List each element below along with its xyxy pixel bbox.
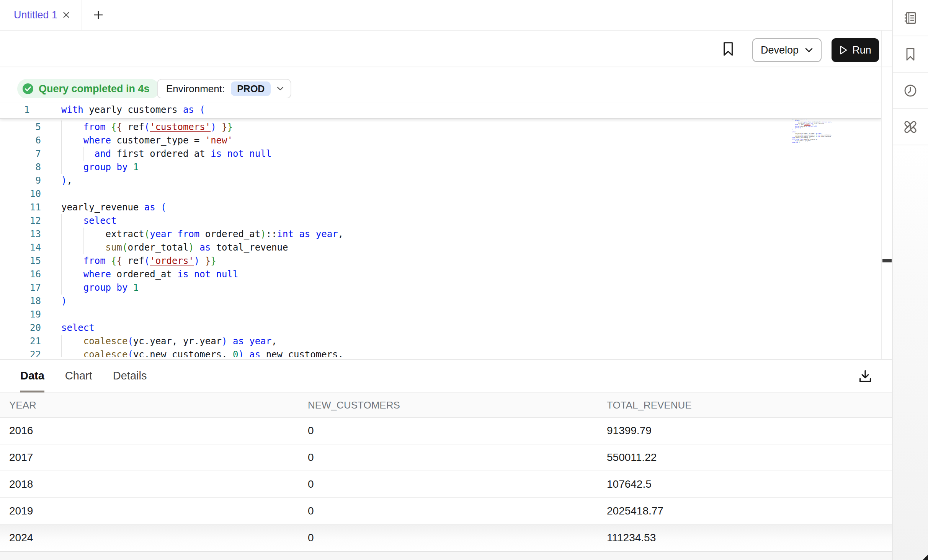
- sidebar-item-notebook[interactable]: [893, 0, 928, 36]
- code-line-text: from {{ ref('customers') }}: [61, 120, 233, 134]
- table-cell: 0: [308, 418, 314, 444]
- code-line-text: sum(order_total) as total_revenue: [61, 241, 288, 254]
- code-line-text: group by 1: [61, 281, 139, 295]
- app-window: Untitled 1 Develop Run Query completed i…: [0, 0, 928, 560]
- line-number: 9: [0, 174, 41, 187]
- code-line-text: ),: [61, 174, 72, 187]
- code-line-text: select: [61, 214, 117, 228]
- develop-button[interactable]: Develop: [752, 38, 822, 62]
- line-number: 10: [0, 187, 41, 201]
- table-cell: 2025418.77: [607, 498, 663, 524]
- code-line: 15 from {{ ref('orders') }}: [0, 254, 881, 268]
- line-number: 19: [0, 308, 41, 321]
- line-number: 18: [0, 295, 41, 308]
- table-cell: 2016: [9, 418, 33, 444]
- line-number: 20: [0, 321, 41, 335]
- window-resize-grip[interactable]: [923, 555, 928, 560]
- code-line: 14 sum(order_total) as total_revenue: [0, 241, 881, 254]
- results-table-header: YEARNEW_CUSTOMERSTOTAL_REVENUE: [0, 393, 892, 418]
- code-line: 22 coalesce(yc.new_customers, 0) as new_…: [0, 348, 881, 357]
- horizontal-scrollbar[interactable]: [0, 551, 892, 560]
- table-cell: 2018: [9, 471, 33, 497]
- sticky-line-1: 1 with yearly_customers as (: [0, 103, 881, 119]
- bookmark-icon[interactable]: [720, 41, 737, 57]
- code-line: 11yearly_revenue as (: [0, 201, 881, 214]
- line-number: 7: [0, 147, 41, 161]
- sticky-line-number: 1: [24, 103, 29, 117]
- results-tab-bar: DataChartDetails: [0, 360, 892, 393]
- code-line: 19: [0, 308, 881, 321]
- code-line: 21 coalesce(yc.year, yr.year) as year,: [0, 335, 881, 348]
- results-tab-chart[interactable]: Chart: [65, 360, 92, 392]
- table-cell: 107642.5: [607, 471, 652, 497]
- tab-title: Untitled 1: [14, 0, 57, 30]
- table-row: 20170550011.22: [0, 444, 892, 471]
- line-number: 8: [0, 161, 41, 174]
- code-line-text: extract(year from ordered_at)::int as ye…: [61, 228, 343, 241]
- download-icon[interactable]: [857, 368, 874, 385]
- code-line: 10: [0, 187, 881, 201]
- rail-empty-area: [893, 146, 928, 560]
- column-header-total_revenue: TOTAL_REVENUE: [607, 393, 692, 417]
- line-number: 15: [0, 254, 41, 268]
- code-line-text: select: [61, 321, 95, 335]
- code-line: 20select: [0, 321, 881, 335]
- query-status-text: Query completed in 4s: [39, 83, 150, 95]
- table-cell: 111234.53: [607, 525, 656, 551]
- close-icon[interactable]: [61, 10, 71, 20]
- right-icon-rail: [892, 0, 928, 560]
- editor-scrollbar-track: [881, 31, 882, 360]
- editor-scrollbar-thumb[interactable]: [882, 259, 892, 262]
- tab-untitled-1[interactable]: Untitled 1: [0, 0, 82, 30]
- line-number: 5: [0, 120, 41, 134]
- play-icon: [839, 45, 848, 55]
- code-line-text: coalesce(yc.new_customers, 0) as new_cus…: [61, 348, 343, 357]
- line-number: 16: [0, 268, 41, 281]
- results-tab-data[interactable]: Data: [20, 360, 44, 392]
- line-number: 21: [0, 335, 41, 348]
- chevron-down-icon: [805, 47, 813, 53]
- line-number: 14: [0, 241, 41, 254]
- table-cell: 0: [308, 444, 314, 470]
- table-cell: 91399.79: [607, 418, 652, 444]
- code-line-text: coalesce(yc.year, yr.year) as year,: [61, 335, 277, 348]
- sticky-line-code: with yearly_customers as (: [61, 103, 205, 117]
- table-cell: 0: [308, 498, 314, 524]
- table-row: 20180107642.5: [0, 471, 892, 498]
- chevron-down-icon: [277, 86, 284, 91]
- clock-icon: [902, 83, 918, 99]
- table-row: 201902025418.77: [0, 498, 892, 525]
- table-cell: 0: [308, 471, 314, 497]
- code-line: 13 extract(year from ordered_at)::int as…: [0, 228, 881, 241]
- plus-icon[interactable]: [93, 9, 104, 21]
- code-line: 7 and first_ordered_at is not null: [0, 147, 881, 161]
- sql-code-editor[interactable]: 5 from {{ ref('customers') }}6 where cus…: [0, 98, 881, 357]
- code-line: 8 group by 1: [0, 161, 881, 174]
- sidebar-item-bookmarks[interactable]: [893, 36, 928, 73]
- code-line-text: and first_ordered_at is not null: [61, 147, 271, 161]
- paradime-logo-icon: [902, 118, 919, 136]
- develop-label: Develop: [761, 44, 799, 56]
- line-number: 6: [0, 134, 41, 147]
- run-button[interactable]: Run: [832, 38, 879, 62]
- bookmark-icon: [902, 46, 918, 62]
- results-tab-details[interactable]: Details: [113, 360, 147, 392]
- sidebar-item-app-logo[interactable]: [893, 109, 928, 145]
- code-line: 18): [0, 295, 881, 308]
- code-line-text: ): [61, 295, 67, 308]
- code-line-text: where ordered_at is not null: [61, 268, 238, 281]
- table-cell: 550011.22: [607, 444, 657, 470]
- sidebar-item-history[interactable]: [893, 73, 928, 109]
- line-number: 22: [0, 348, 41, 357]
- code-line: 6 where customer_type = 'new': [0, 134, 881, 147]
- code-line-text: group by 1: [61, 161, 139, 174]
- code-line: 17 group by 1: [0, 281, 881, 295]
- check-circle-icon: [22, 83, 34, 95]
- environment-label: Environment:: [166, 83, 225, 95]
- environment-value-badge: PROD: [231, 81, 271, 96]
- code-line-text: from {{ ref('orders') }}: [61, 254, 216, 268]
- environment-select[interactable]: Environment: PROD: [157, 79, 291, 99]
- table-row: 20240111234.53: [0, 525, 892, 552]
- table-row: 2016091399.79: [0, 418, 892, 444]
- column-header-year: YEAR: [9, 393, 36, 417]
